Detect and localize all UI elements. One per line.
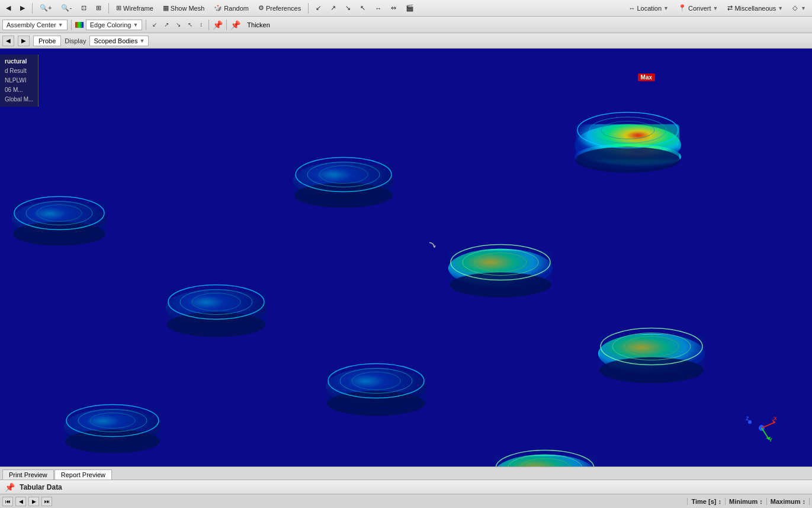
svg-line-127 — [71, 323, 118, 344]
zoom-fit-btn[interactable]: ⊡ — [78, 2, 90, 14]
location-label: Convert — [688, 5, 711, 12]
data-nav-prev[interactable]: ◀ — [15, 497, 26, 506]
max-label: Max — [638, 74, 655, 81]
zoom-in-btn[interactable]: 🔍+ — [36, 2, 55, 14]
nav-forward-btn[interactable]: ▶ — [17, 2, 28, 14]
double-arrow-btn[interactable]: ⇔ — [387, 2, 400, 14]
show-mesh-btn[interactable]: ▦ Show Mesh — [159, 2, 208, 14]
svg-line-108 — [545, 276, 592, 296]
arrow3-btn[interactable]: ↘ — [342, 2, 354, 14]
location-btn[interactable]: 📍 Convert ▼ — [675, 2, 721, 14]
svg-rect-197 — [599, 335, 705, 370]
svg-line-85 — [788, 222, 812, 234]
svg-line-165 — [711, 448, 812, 451]
svg-line-77 — [314, 187, 361, 207]
svg-line-158 — [308, 424, 355, 445]
svg-line-164 — [663, 442, 711, 451]
edge-coloring-arrow: ▼ — [133, 22, 138, 28]
svg-line-83 — [669, 213, 717, 234]
tab-print-preview[interactable]: Print Preview — [2, 469, 54, 480]
col-minimum-label: Minimum — [729, 498, 758, 505]
animate-btn[interactable]: 🎬 — [402, 2, 418, 14]
nav-left-btn[interactable]: ◀ — [2, 36, 14, 46]
tabular-pin-icon[interactable]: 📌 — [5, 483, 15, 492]
svg-point-181 — [293, 162, 394, 200]
svg-line-157 — [243, 424, 308, 436]
data-nav-last[interactable]: ⏭ — [41, 497, 52, 506]
random-btn[interactable]: 🎲 Random — [210, 2, 252, 14]
tab-report-preview[interactable]: Report Preview — [54, 469, 112, 480]
svg-line-170 — [118, 62, 812, 299]
svg-point-190 — [326, 368, 426, 406]
zoom-box-btn[interactable]: ⊞ — [92, 2, 105, 14]
svg-rect-174 — [575, 124, 681, 157]
size-btn[interactable]: ↔ Location ▼ — [625, 3, 672, 14]
svg-line-44 — [0, 145, 71, 157]
display-label: Display — [65, 37, 86, 44]
assembly-center-btn[interactable]: Assembly Center ▼ — [2, 20, 68, 30]
svg-point-214 — [451, 245, 550, 280]
scoped-bodies-btn[interactable]: Scoped Bodies ▼ — [89, 36, 149, 46]
svg-line-6 — [130, 116, 178, 127]
convert-btn[interactable]: ⇄ Miscellaneous ▼ — [724, 2, 787, 14]
nav-back-btn[interactable]: ◀ — [2, 2, 14, 14]
svg-line-106 — [426, 267, 474, 287]
col-minimum: Minimum ↕ — [726, 498, 767, 505]
arrow2-btn[interactable]: ↗ — [327, 2, 339, 14]
svg-line-166 — [0, 133, 812, 264]
data-nav-first[interactable]: ⏮ — [2, 497, 13, 506]
svg-line-112 — [782, 293, 812, 305]
main-viewport[interactable]: 0 0.01 0 0.01 ructural d Result NLPLWI 0… — [0, 49, 812, 467]
svg-rect-194 — [65, 409, 161, 442]
dir-btn-2[interactable]: ↗ — [162, 20, 171, 30]
svg-point-193 — [64, 409, 161, 445]
sep7 — [226, 20, 227, 30]
print-preview-label: Print Preview — [9, 471, 47, 478]
probe-btn[interactable]: Probe — [33, 36, 61, 46]
data-nav-next[interactable]: ▶ — [28, 497, 39, 506]
svg-line-60 — [136, 95, 148, 148]
dir-btn-4[interactable]: ↖ — [185, 20, 195, 30]
svg-line-132 — [355, 350, 426, 362]
scoped-bodies-arrow: ▼ — [139, 38, 145, 44]
svg-line-40 — [604, 157, 657, 169]
preferences-btn[interactable]: ⚙ Preferences — [255, 2, 304, 14]
col-time-sort[interactable]: ↕ — [718, 498, 721, 505]
svg-line-95 — [580, 240, 628, 261]
mesh-icon: ▦ — [163, 4, 169, 12]
dir-btn-1[interactable]: ↙ — [150, 20, 159, 30]
svg-line-119 — [385, 308, 456, 320]
report-preview-label: Report Preview — [61, 471, 105, 478]
svg-point-178 — [12, 202, 107, 237]
svg-line-139 — [782, 376, 812, 388]
svg-line-147 — [462, 397, 509, 418]
svg-line-38 — [509, 151, 563, 163]
dir-btn-5[interactable]: ↕ — [197, 20, 205, 30]
svg-point-226 — [601, 328, 702, 365]
svg-point-196 — [598, 334, 705, 374]
svg-point-221 — [340, 369, 412, 394]
svg-line-78 — [361, 196, 432, 207]
arrow5-btn[interactable]: ↔ — [371, 3, 385, 14]
max-text: Max — [641, 74, 652, 81]
coord-axes: X Y Z — [741, 407, 776, 443]
miscellaneous-btn[interactable]: ◇ ▼ — [789, 2, 810, 14]
svg-line-16 — [421, 139, 474, 151]
dir-btn-3[interactable]: ↘ — [174, 20, 183, 30]
wireframe-btn[interactable]: ⊞ Wireframe — [113, 2, 157, 14]
arrow1-btn[interactable]: ↙ — [312, 2, 325, 14]
edge-coloring-btn[interactable]: Edge Coloring ▼ — [86, 20, 143, 30]
svg-line-99 — [0, 240, 71, 252]
col-maximum-sort[interactable]: ↕ — [803, 498, 806, 505]
thicken-btn[interactable]: Thicken — [243, 20, 274, 30]
arrow4-btn[interactable]: ↖ — [357, 2, 369, 14]
svg-line-66 — [468, 139, 474, 184]
zoom-out-btn[interactable]: 🔍- — [57, 2, 75, 14]
svg-point-229 — [496, 451, 594, 467]
col-minimum-sort[interactable]: ↕ — [759, 498, 763, 505]
svg-line-3 — [47, 104, 95, 116]
nav-right-btn[interactable]: ▶ — [18, 36, 30, 46]
svg-line-41 — [657, 157, 699, 175]
svg-point-187 — [166, 289, 267, 327]
svg-point-210 — [37, 205, 82, 222]
